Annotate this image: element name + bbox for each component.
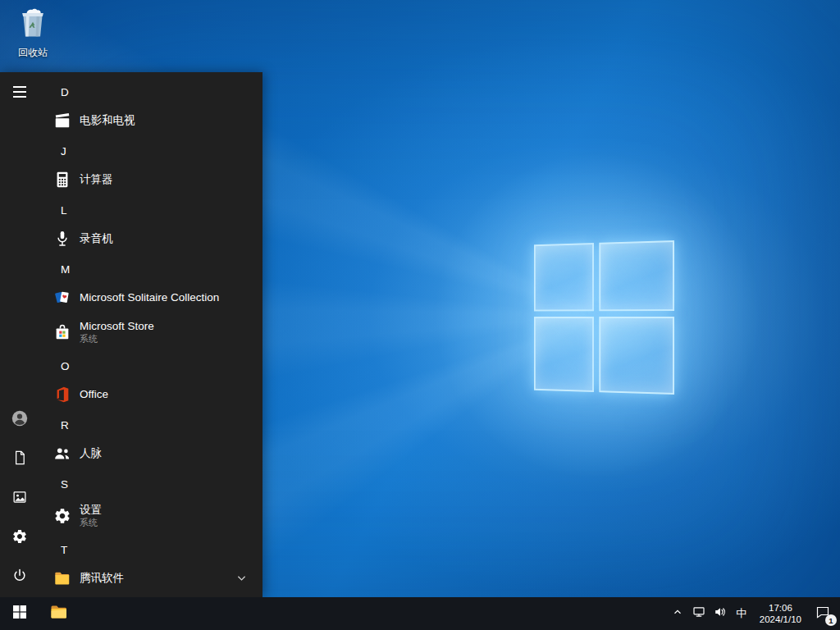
app-item-settings[interactable]: 设置 系统 (39, 497, 262, 535)
app-label: Microsoft Store (80, 320, 154, 333)
app-item-microsoft-store[interactable]: Microsoft Store 系统 (39, 313, 262, 351)
pictures-icon (11, 489, 28, 509)
taskbar: 中 17:06 2024/1/10 1 (0, 597, 840, 630)
system-tray: 中 17:06 2024/1/10 1 (667, 597, 840, 630)
speaker-icon (714, 605, 727, 622)
app-label: 计算器 (80, 173, 113, 186)
app-label: Microsoft Solitaire Collection (80, 291, 219, 304)
app-section-t: T 腾讯软件 (39, 536, 262, 594)
documents-button[interactable] (0, 440, 39, 479)
app-section-d: D 电影和电视 (39, 79, 262, 136)
app-label: 腾讯软件 (80, 572, 124, 585)
voice-recorder-icon (52, 229, 72, 249)
settings-button[interactable] (0, 518, 39, 558)
section-letter-d[interactable]: D (39, 79, 262, 105)
desktop-screen: 回收站 (0, 0, 840, 630)
start-menu-rail (0, 72, 39, 597)
app-item-solitaire[interactable]: Microsoft Solitaire Collection (39, 282, 262, 313)
people-icon (52, 444, 72, 463)
notification-badge: 1 (825, 614, 837, 626)
section-letter-m[interactable]: M (39, 256, 262, 282)
document-icon (11, 450, 28, 469)
store-icon (52, 322, 72, 342)
windows-logo-pane (599, 240, 674, 311)
chevron-down-icon[interactable] (237, 575, 246, 582)
app-section-l: L 录音机 (39, 197, 262, 254)
file-explorer-icon (49, 602, 69, 625)
windows-logo (534, 240, 674, 395)
clock-time: 17:06 (769, 602, 792, 614)
app-section-o: O Office (39, 353, 262, 410)
gear-icon (11, 528, 28, 548)
app-item-office[interactable]: Office (39, 379, 262, 410)
app-sublabel: 系统 (80, 334, 154, 345)
section-letter-r[interactable]: R (39, 412, 262, 438)
hamburger-icon (13, 86, 26, 98)
ime-language-label: 中 (736, 606, 746, 621)
start-menu-app-list: D 电影和电视 J (39, 72, 262, 597)
pictures-button[interactable] (0, 479, 39, 518)
section-letter-j[interactable]: J (39, 138, 262, 164)
app-label: Office (80, 388, 108, 401)
expand-menu-button[interactable] (0, 72, 39, 112)
start-menu: D 电影和电视 J (0, 72, 262, 597)
section-letter-l[interactable]: L (39, 197, 262, 223)
show-hidden-icons-button[interactable] (667, 597, 688, 630)
app-section-r: R 人脉 (39, 412, 262, 469)
taskbar-spacer (79, 597, 667, 630)
folder-icon (52, 568, 72, 588)
app-label: 录音机 (80, 232, 113, 245)
ime-indicator[interactable]: 中 (731, 597, 752, 630)
solitaire-icon (52, 288, 72, 308)
app-item-movies-tv[interactable]: 电影和电视 (39, 105, 262, 136)
app-section-m: M Microsoft Solitaire Collection (39, 256, 262, 351)
user-account-button[interactable] (0, 400, 39, 440)
calculator-icon (52, 170, 72, 189)
section-letter-o[interactable]: O (39, 353, 262, 379)
windows-start-icon (13, 605, 26, 622)
recycle-bin-icon (15, 5, 51, 44)
app-section-s: S 设置 系统 (39, 471, 262, 535)
power-button[interactable] (0, 558, 39, 597)
app-item-people[interactable]: 人脉 (39, 438, 262, 469)
start-button[interactable] (0, 597, 39, 630)
office-icon (52, 385, 72, 404)
action-center-button[interactable]: 1 (809, 597, 840, 630)
power-icon (11, 568, 28, 587)
file-explorer-button[interactable] (39, 597, 79, 630)
windows-logo-pane (534, 243, 594, 312)
taskbar-clock[interactable]: 17:06 2024/1/10 (752, 597, 809, 630)
volume-tray-button[interactable] (710, 597, 731, 630)
rail-spacer (0, 112, 39, 400)
app-sublabel: 系统 (80, 518, 102, 528)
app-item-tencent-folder[interactable]: 腾讯软件 (39, 563, 262, 594)
app-label: 设置 (80, 504, 102, 517)
user-avatar-icon (11, 409, 29, 431)
app-item-calculator[interactable]: 计算器 (39, 164, 262, 195)
network-tray-button[interactable] (688, 597, 710, 630)
app-section-j: J 计算器 (39, 138, 262, 195)
app-label: 人脉 (80, 447, 102, 460)
recycle-bin-label: 回收站 (18, 46, 48, 60)
settings-gear-icon (52, 506, 72, 526)
movies-tv-icon (52, 111, 72, 130)
windows-logo-pane (534, 317, 594, 392)
section-letter-t[interactable]: T (39, 536, 262, 563)
clock-date: 2024/1/10 (760, 614, 801, 625)
app-label: 电影和电视 (80, 114, 135, 127)
chevron-up-icon (672, 606, 683, 621)
recycle-bin[interactable]: 回收站 (7, 5, 59, 60)
app-item-voice-recorder[interactable]: 录音机 (39, 223, 262, 254)
windows-logo-pane (599, 317, 674, 395)
section-letter-s[interactable]: S (39, 471, 262, 497)
network-ethernet-icon (692, 605, 705, 622)
